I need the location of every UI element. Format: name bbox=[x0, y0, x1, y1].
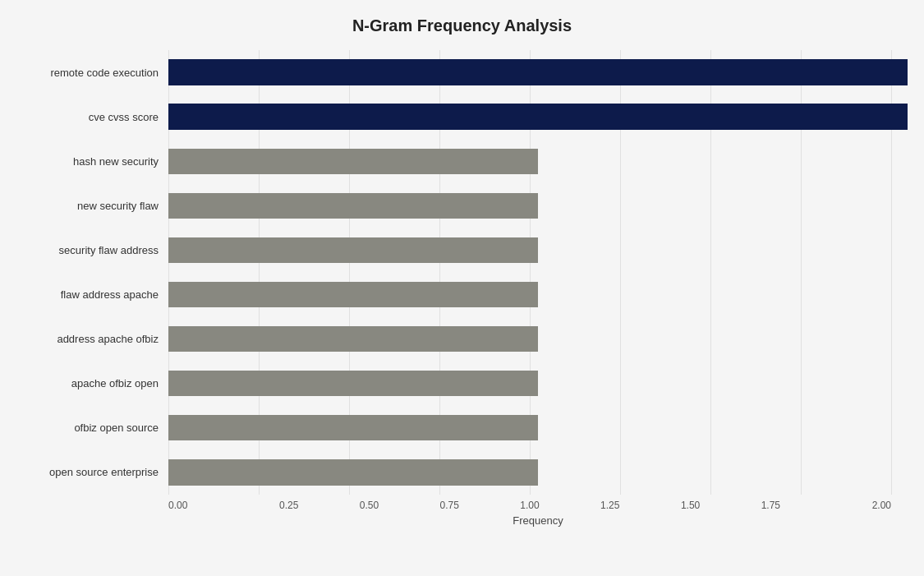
bar-label: ofbiz open source bbox=[16, 422, 168, 434]
bar-track bbox=[168, 98, 908, 136]
bar-row: cve cvss score bbox=[16, 94, 908, 139]
bar-track bbox=[168, 409, 908, 447]
x-axis: 0.000.250.500.751.001.251.501.752.00 bbox=[16, 500, 908, 511]
x-tick: 1.75 bbox=[730, 500, 811, 511]
bar-label: hash new security bbox=[16, 155, 168, 168]
bar-fill bbox=[168, 326, 538, 352]
x-tick: 0.00 bbox=[168, 500, 249, 511]
bar-label: flaw address apache bbox=[16, 288, 168, 301]
bar-track bbox=[168, 275, 908, 313]
x-tick: 0.75 bbox=[409, 500, 490, 511]
bar-row: hash new security bbox=[16, 139, 908, 183]
bar-row: security flaw address bbox=[16, 228, 908, 272]
chart-title: N-Gram Frequency Analysis bbox=[16, 16, 908, 35]
chart-area: remote code executioncve cvss scorehash … bbox=[16, 50, 908, 495]
x-tick: 1.50 bbox=[650, 500, 731, 511]
x-tick: 1.00 bbox=[490, 500, 570, 511]
bar-label: address apache ofbiz bbox=[16, 333, 168, 345]
bar-fill bbox=[168, 371, 538, 396]
bar-track bbox=[168, 231, 908, 269]
bar-row: ofbiz open source bbox=[16, 406, 908, 450]
bar-fill bbox=[168, 415, 538, 440]
bar-fill bbox=[168, 149, 538, 174]
x-tick: 0.50 bbox=[329, 500, 410, 511]
bar-row: apache ofbiz open bbox=[16, 362, 908, 406]
bar-label: apache ofbiz open bbox=[16, 377, 168, 389]
bar-fill bbox=[168, 282, 538, 307]
bar-row: new security flaw bbox=[16, 183, 908, 228]
bar-track bbox=[168, 365, 908, 403]
bar-fill bbox=[168, 59, 908, 85]
bar-fill bbox=[168, 237, 538, 263]
bar-track bbox=[168, 53, 908, 91]
chart-container: N-Gram Frequency Analysis remote code ex… bbox=[0, 0, 924, 576]
x-tick: 2.00 bbox=[811, 500, 891, 511]
bar-label: open source enterprise bbox=[16, 466, 168, 478]
bar-row: address apache ofbiz bbox=[16, 317, 908, 362]
bar-track bbox=[168, 187, 908, 224]
bar-row: remote code execution bbox=[16, 50, 908, 94]
bar-label: remote code execution bbox=[16, 67, 168, 79]
bar-fill bbox=[168, 104, 908, 129]
rows-area: remote code executioncve cvss scorehash … bbox=[16, 50, 908, 495]
bar-row: open source enterprise bbox=[16, 450, 908, 495]
bar-fill bbox=[168, 459, 538, 485]
bar-track bbox=[168, 142, 908, 180]
bar-label: cve cvss score bbox=[16, 111, 168, 123]
bar-label: security flaw address bbox=[16, 244, 168, 256]
bar-track bbox=[168, 320, 908, 358]
x-axis-label: Frequency bbox=[16, 514, 908, 527]
bar-row: flaw address apache bbox=[16, 272, 908, 316]
bar-fill bbox=[168, 193, 538, 219]
x-tick: 0.25 bbox=[249, 500, 329, 511]
x-tick: 1.25 bbox=[570, 500, 650, 511]
bar-label: new security flaw bbox=[16, 200, 168, 212]
bar-track bbox=[168, 454, 908, 491]
